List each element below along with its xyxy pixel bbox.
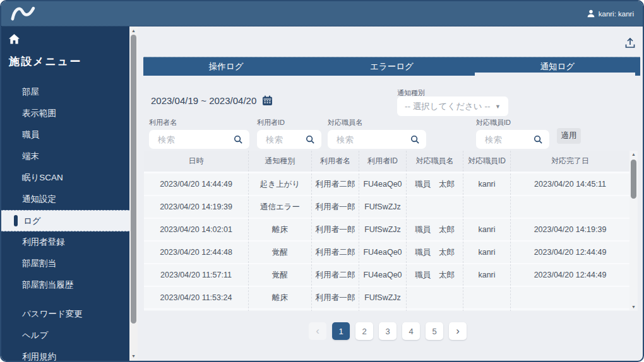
table-header-cell: 日時 bbox=[144, 151, 248, 172]
sidebar-item-link[interactable]: 通知設定 bbox=[1, 189, 129, 210]
search-field: 対応職員ID bbox=[476, 118, 549, 149]
search-icon[interactable] bbox=[534, 135, 543, 144]
table-cell: 2023/04/20 14:19:39 bbox=[510, 219, 629, 240]
table-cell bbox=[463, 196, 510, 218]
table-cell bbox=[406, 196, 463, 218]
table-cell: 覚醒 bbox=[248, 242, 311, 263]
table-cell: 離床 bbox=[248, 219, 311, 240]
search-icon[interactable] bbox=[234, 135, 243, 144]
main-scrollbar-thumb[interactable] bbox=[131, 35, 136, 324]
search-input[interactable] bbox=[328, 130, 426, 149]
table-row: 2023/04/20 12:44:48覚醒利用者二郎FU4eaQe0職員 太郎k… bbox=[144, 240, 638, 263]
table-cell: FUfSwZJz bbox=[359, 287, 406, 308]
table-cell: 2023/04/20 08:25:06 bbox=[144, 310, 248, 311]
search-input-text[interactable] bbox=[484, 134, 531, 145]
pagination-page-button[interactable]: 5 bbox=[426, 322, 443, 340]
sidebar-item-link[interactable]: パスワード変更 bbox=[1, 303, 129, 325]
sidebar-item-link[interactable]: 端末 bbox=[1, 146, 129, 167]
table-cell: FUd01WQw bbox=[359, 310, 406, 311]
notification-type-value: -- 選択してください -- bbox=[405, 101, 490, 112]
table-scrollbar-thumb[interactable] bbox=[631, 160, 636, 199]
search-icon[interactable] bbox=[410, 135, 420, 144]
search-input[interactable] bbox=[476, 130, 549, 149]
sidebar-item-link[interactable]: 表示範囲 bbox=[1, 103, 129, 124]
table-cell bbox=[406, 287, 463, 308]
date-range-value: 2023/04/19 ~ 2023/04/20 bbox=[151, 95, 256, 106]
sidebar-item-link[interactable]: 眠りSCAN bbox=[1, 167, 129, 189]
search-icon[interactable] bbox=[306, 135, 315, 144]
notification-log-table: 日時通知種別利用者名利用者ID対応職員名対応職員ID対応完了日 2023/04/… bbox=[144, 151, 638, 311]
table-row: 2023/04/20 14:44:49起き上がり利用者二郎FU4eaQe0職員 … bbox=[144, 172, 638, 195]
search-input[interactable] bbox=[257, 130, 321, 149]
calendar-icon[interactable] bbox=[262, 95, 273, 106]
tab[interactable]: 操作ログ bbox=[143, 57, 309, 76]
search-field-label: 利用者名 bbox=[149, 118, 249, 127]
table-header-cell: 利用者名 bbox=[311, 151, 359, 172]
export-upload-icon[interactable] bbox=[624, 37, 636, 49]
user-chip[interactable]: kanri: kanri bbox=[587, 9, 634, 18]
caret-down-icon: ▼ bbox=[495, 103, 501, 110]
tab-active[interactable]: 通知ログ bbox=[475, 57, 640, 76]
apply-button[interactable]: 適用 bbox=[557, 128, 581, 144]
sidebar-item-link[interactable]: 利用者登録 bbox=[1, 231, 129, 253]
table-cell: 2023/04/20 14:45:11 bbox=[510, 173, 629, 195]
search-field-label: 利用者ID bbox=[257, 118, 321, 127]
pagination-page-button[interactable]: 2 bbox=[355, 322, 373, 340]
sidebar-item-link[interactable]: 部屋割当履歴 bbox=[1, 274, 129, 296]
scroll-up-icon[interactable]: ▲ bbox=[129, 28, 138, 34]
table-cell bbox=[510, 310, 629, 311]
search-input-text[interactable] bbox=[157, 134, 231, 145]
search-input-text[interactable] bbox=[335, 134, 408, 145]
sidebar-item-active[interactable]: ログ bbox=[1, 210, 129, 231]
table-row: 2023/04/20 11:53:24離床利用者一郎FUfSwZJz bbox=[144, 286, 638, 308]
search-input[interactable] bbox=[149, 130, 249, 149]
table-row: 2023/04/20 14:19:39通信エラー利用者一郎FUfSwZJz bbox=[144, 195, 638, 218]
home-icon[interactable] bbox=[9, 34, 20, 44]
search-field: 利用者名 bbox=[149, 118, 249, 149]
sidebar-item-link[interactable]: 部屋割当 bbox=[1, 253, 129, 274]
table-cell: 通信エラー bbox=[248, 196, 311, 218]
scroll-down-icon[interactable]: ▼ bbox=[129, 353, 138, 359]
user-label: kanri: kanri bbox=[599, 10, 634, 18]
table-cell: FU4eaQe0 bbox=[359, 264, 406, 286]
sidebar-item-link[interactable]: ヘルプ bbox=[1, 325, 129, 346]
log-tabbar: 操作ログエラーログ通知ログ bbox=[143, 57, 640, 76]
table-cell: 利用者1 bbox=[311, 310, 359, 311]
table-cell: 2023/04/20 14:44:49 bbox=[144, 173, 248, 195]
pagination-page-button[interactable]: 3 bbox=[379, 322, 397, 340]
sidebar-item-link[interactable]: 利用規約 bbox=[1, 346, 129, 362]
scroll-up-icon[interactable]: ▲ bbox=[629, 151, 638, 158]
table-cell: FU4eaQe0 bbox=[359, 242, 406, 263]
table-cell: 覚醒 bbox=[248, 264, 311, 286]
sidebar: 施設メニュー 部屋表示範囲職員端末眠りSCAN通知設定ログ利用者登録部屋割当部屋… bbox=[1, 26, 129, 361]
tab[interactable]: エラーログ bbox=[309, 57, 474, 76]
search-field: 利用者ID bbox=[257, 118, 321, 149]
table-cell: 起き上がり bbox=[248, 173, 311, 195]
table-cell: 職員 太郎 bbox=[406, 242, 463, 263]
sidebar-item-link[interactable]: 部屋 bbox=[1, 81, 129, 103]
notification-type-select[interactable]: -- 選択してください -- ▼ bbox=[397, 96, 508, 116]
table-cell: 利用者二郎 bbox=[311, 242, 359, 263]
date-range-picker[interactable]: 2023/04/19 ~ 2023/04/20 bbox=[151, 95, 273, 106]
table-cell: 利用者一郎 bbox=[311, 287, 359, 308]
table-header-cell: 通知種別 bbox=[248, 151, 311, 172]
sidebar-item-link[interactable]: 職員 bbox=[1, 124, 129, 146]
table-cell: 利用者二郎 bbox=[311, 173, 359, 195]
pagination-next-button[interactable]: › bbox=[449, 322, 467, 340]
table-header-cell: 対応職員ID bbox=[463, 151, 510, 172]
table-header-cell: 対応完了日 bbox=[510, 151, 629, 172]
table-cell: 職員 太郎 bbox=[406, 173, 463, 195]
pagination-page-button[interactable]: 1 bbox=[332, 322, 350, 340]
table-cell: 見守り bbox=[248, 310, 311, 311]
pagination-page-button[interactable]: 4 bbox=[402, 322, 420, 340]
table-row: 2023/04/20 08:25:06見守り利用者1FUd01WQw bbox=[144, 308, 638, 311]
table-cell: 2023/04/20 12:44:49 bbox=[510, 264, 629, 286]
table-cell: 2023/04/20 14:02:01 bbox=[144, 219, 248, 240]
scroll-down-icon[interactable]: ▼ bbox=[629, 304, 638, 310]
table-row: 2023/04/20 11:57:11覚醒利用者二郎FU4eaQe0職員 太郎k… bbox=[144, 263, 638, 286]
brand-logo-wave-icon bbox=[9, 4, 37, 23]
search-input-text[interactable] bbox=[265, 134, 303, 145]
table-scrollbar[interactable]: ▲ ▼ bbox=[629, 151, 638, 311]
table-cell: 2023/04/20 14:19:39 bbox=[144, 196, 248, 218]
main-scrollbar[interactable]: ▲ ▼ bbox=[129, 26, 138, 361]
